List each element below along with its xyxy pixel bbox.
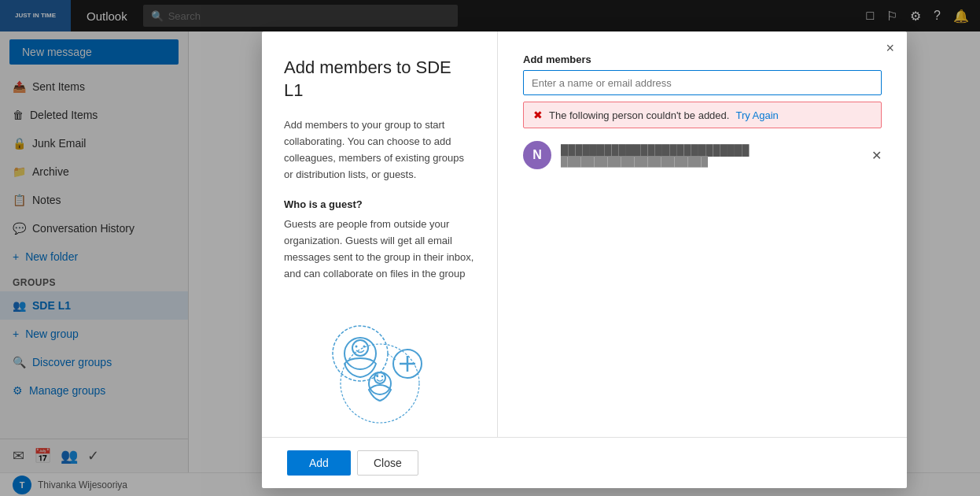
modal-left-panel: Add members to SDE L1 Add members to you… [262, 31, 498, 437]
main-layout: New message 📤 Sent Items 🗑 Deleted Items… [0, 31, 980, 472]
member-name: ██████████████████████████ [561, 144, 862, 156]
add-button[interactable]: Add [287, 450, 351, 472]
svg-point-12 [381, 375, 382, 376]
member-info: ██████████████████████████ █████████████… [561, 144, 862, 167]
add-members-label: Add members [523, 54, 882, 65]
close-button[interactable]: Close [357, 450, 418, 472]
modal-footer: Add Close [262, 437, 907, 472]
modal-dialog: × Add members to SDE L1 Add members to y… [262, 31, 907, 472]
modal-right-panel: Add members ✖ The following person could… [498, 31, 907, 437]
modal-close-button[interactable]: × [886, 41, 894, 55]
error-icon: ✖ [533, 109, 543, 121]
member-avatar: N [523, 141, 551, 169]
content-area: × Add members to SDE L1 Add members to y… [189, 31, 980, 472]
svg-point-11 [376, 375, 378, 376]
guest-description: Guests are people from outside your orga… [284, 217, 475, 282]
add-members-modal: × Add members to SDE L1 Add members to y… [189, 31, 980, 472]
modal-title: Add members to SDE L1 [284, 57, 475, 102]
member-email: ██████████████████████ [561, 156, 862, 167]
member-chip: N ██████████████████████████ ███████████… [523, 141, 882, 169]
try-again-link[interactable]: Try Again [735, 109, 778, 121]
svg-point-0 [344, 338, 376, 369]
svg-point-2 [355, 345, 357, 347]
error-message-text: The following person couldn't be added. [549, 109, 729, 121]
add-members-input[interactable] [523, 70, 882, 95]
member-remove-button[interactable]: ✕ [871, 148, 882, 163]
add-members-illustration [317, 305, 443, 431]
who-is-guest-label: Who is a guest? [284, 198, 475, 210]
svg-point-10 [374, 372, 385, 383]
modal-body: Add members to SDE L1 Add members to you… [262, 31, 907, 437]
illustration [284, 305, 475, 431]
modal-description: Add members to your group to start colla… [284, 117, 475, 183]
error-banner: ✖ The following person couldn't be added… [523, 102, 882, 128]
